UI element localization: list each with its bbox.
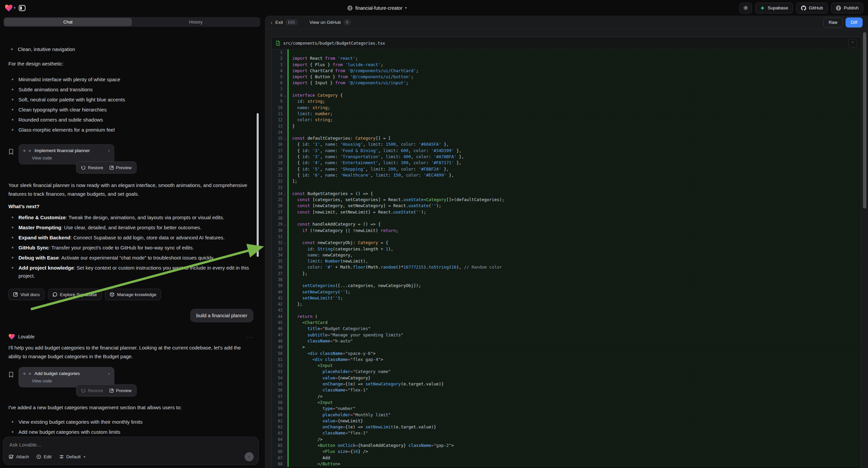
code-line: 51 <div className="flex gap-4"> (272, 356, 861, 362)
explore-supabase-button[interactable]: Explore Supabase (48, 289, 102, 300)
code-line: 67 Add (272, 455, 861, 461)
view-code-link[interactable]: View code (32, 378, 110, 383)
bullet-dot (12, 99, 13, 100)
diff-added-bar (287, 105, 288, 111)
tab-chat[interactable]: Chat (4, 18, 132, 26)
list-item: Debug with Ease: Activate our experiment… (9, 254, 253, 262)
list-item: Expand with Backend: Connect Supabase to… (9, 234, 253, 242)
diff-added-bar (287, 221, 288, 227)
diff-added-bar (287, 74, 288, 80)
diff-added-bar (287, 234, 288, 240)
supabase-icon (760, 5, 765, 11)
file-header[interactable]: src/components/budget/BudgetCategories.t… (272, 37, 861, 49)
list-item: Clean, intuitive navigation (8, 45, 253, 53)
code-line: 27 const [newLimit, setNewLimit] = React… (272, 209, 861, 215)
file-diff-card: src/components/budget/BudgetCategories.t… (272, 37, 861, 468)
diff-added-bar (287, 135, 288, 141)
package-icon (110, 292, 115, 297)
chat-history-tabs: Chat History (3, 17, 260, 27)
top-bar: ▾ financial-future-creator ▾ (0, 0, 868, 16)
edit-mode-button[interactable]: Edit (36, 454, 51, 459)
diff-added-bar (287, 98, 288, 105)
code-line: 37 }; (272, 271, 861, 276)
tab-history[interactable]: History (132, 18, 260, 26)
mode-select[interactable]: Default ▾ (59, 454, 86, 459)
bullet-dot (11, 48, 13, 50)
code-line: 35 limit: Number(newLimit), (272, 258, 861, 264)
settings-button[interactable] (740, 3, 752, 13)
restore-button[interactable]: Restore (81, 165, 103, 170)
esc-kbd-badge: ESC (286, 20, 297, 25)
code-view-panel: ‹ Exit ESC View on GitHub G Raw Diff src… (265, 16, 868, 468)
code-line: 46 title="Budget Categories" (272, 326, 861, 332)
code-line: 12 color: string; (272, 117, 861, 123)
code-line: 48 className="h-auto" (272, 338, 861, 344)
restore-button[interactable]: Restore (81, 388, 103, 393)
code-line: 15⌄const defaultCategories: Category[] =… (272, 135, 861, 141)
project-switcher[interactable]: financial-future-creator ▾ (347, 0, 407, 16)
fold-chevron-icon[interactable]: ⌄ (282, 240, 287, 246)
code-line: 53 placeholder="Category name" (272, 369, 861, 375)
bookmark-icon[interactable] (8, 372, 16, 397)
bullet-dot (12, 421, 13, 423)
diff-toggle-button[interactable]: Diff (845, 18, 863, 28)
code-lines: 12import React from 'react';3import { Pl… (272, 49, 861, 468)
diff-added-bar (287, 62, 288, 68)
added-paragraph: I've added a new budget categories manag… (8, 403, 253, 412)
code-scrollbar[interactable] (863, 32, 866, 208)
supabase-button[interactable]: Supabase (755, 3, 793, 13)
github-button[interactable]: GitHub (796, 3, 828, 13)
fold-chevron-icon[interactable]: ⌄ (282, 92, 287, 98)
publish-button[interactable]: Publish (831, 3, 863, 13)
collapse-file-button[interactable]: ⌃ (848, 39, 857, 48)
diff-added-bar (287, 332, 288, 338)
project-chevron-down-icon: ▾ (405, 6, 407, 10)
bookmark-icon[interactable] (8, 149, 16, 174)
code-line: 31 (272, 234, 861, 240)
image-icon (9, 454, 14, 459)
manage-knowledge-button[interactable]: Manage knowledge (105, 289, 161, 300)
code-line: 16 { id: '1', name: 'Housing', limit: 15… (272, 141, 861, 147)
bullet-dot (12, 79, 13, 80)
preview-button[interactable]: Preview (110, 165, 131, 170)
fold-chevron-icon[interactable]: ⌄ (282, 135, 287, 141)
chat-scrollbar[interactable] (257, 113, 259, 257)
diff-added-bar (287, 289, 288, 295)
raw-toggle-button[interactable]: Raw (824, 18, 843, 28)
code-line: 8⌄interface Category { (272, 92, 861, 98)
diff-added-bar (287, 80, 288, 86)
diff-added-bar (287, 442, 288, 448)
code-line: 61 value={newLimit} (272, 418, 861, 424)
attach-button[interactable]: Attach (9, 454, 29, 459)
view-on-github-link[interactable]: View on GitHub (309, 20, 341, 25)
list-item: Minimalist interface with plenty of whit… (9, 76, 253, 84)
logo-chevron-down-icon[interactable]: ▾ (14, 6, 16, 10)
list-item: Refine & Customize: Tweak the design, an… (9, 213, 253, 222)
diff-added-bar (287, 455, 288, 461)
lovable-logo-icon[interactable] (5, 4, 13, 12)
send-button[interactable]: ↑ (245, 452, 254, 461)
preview-button[interactable]: Preview (110, 388, 131, 393)
bullet-dot (12, 247, 13, 248)
bullet-dot (12, 109, 13, 111)
diff-added-bar (287, 271, 288, 276)
view-code-link[interactable]: View code (32, 155, 110, 160)
code-line: 57 /> (272, 393, 861, 400)
bullet-dot (12, 257, 13, 259)
diff-added-bar (287, 344, 288, 350)
fold-chevron-icon[interactable]: ⌄ (282, 221, 287, 227)
chevron-left-icon: ‹ (271, 20, 273, 25)
toggle-sidebar-button[interactable] (17, 3, 27, 13)
diff-added-bar (287, 178, 288, 184)
code-line: 22]; (272, 178, 861, 184)
code-line: 4import ChartCard from '@/components/ui/… (272, 68, 861, 74)
message-menu-button[interactable]: ··· (246, 334, 253, 340)
code-line: 11 limit: number; (272, 111, 861, 117)
visit-docs-button[interactable]: Visit docs (8, 289, 44, 300)
fold-chevron-icon[interactable]: ⌄ (282, 191, 287, 197)
code-line: 34 name: newCategory, (272, 252, 861, 258)
exit-button[interactable]: Exit (276, 20, 283, 25)
chat-input[interactable] (9, 442, 252, 447)
chevron-right-icon: › (108, 148, 110, 153)
diff-added-bar (287, 172, 288, 178)
